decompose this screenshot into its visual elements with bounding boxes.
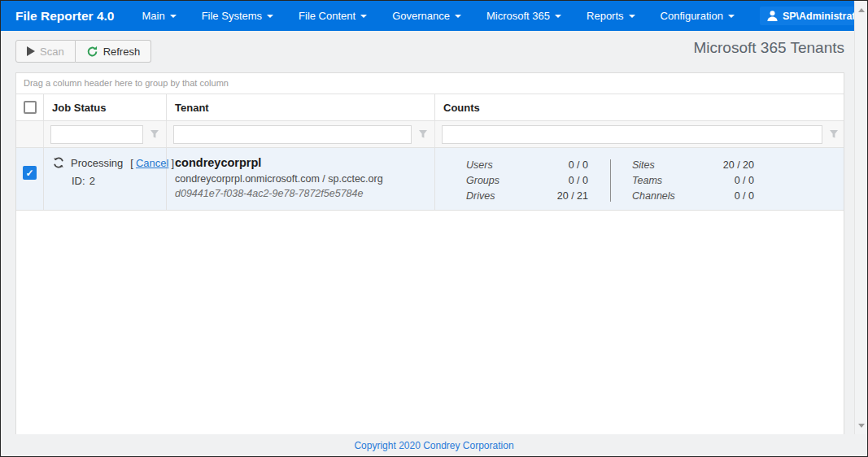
column-header-tenant[interactable]: Tenant bbox=[167, 94, 435, 120]
job-id-value: 2 bbox=[89, 175, 95, 187]
tenants-grid: Drag a column header here to group by th… bbox=[15, 72, 844, 435]
copyright-link[interactable]: Copyright 2020 Condrey Corporation bbox=[354, 440, 513, 451]
column-header-counts[interactable]: Counts bbox=[435, 94, 844, 120]
nav-item-governance[interactable]: Governance bbox=[392, 10, 461, 22]
toolbar-button-group: Scan Refresh bbox=[15, 40, 151, 63]
chevron-down-icon bbox=[455, 15, 461, 18]
group-by-dropzone[interactable]: Drag a column header here to group by th… bbox=[16, 73, 844, 94]
refresh-icon bbox=[86, 46, 98, 58]
user-name: SP\Administrator bbox=[783, 11, 866, 22]
bracket: [ bbox=[130, 157, 133, 169]
count-label: Groups bbox=[466, 175, 541, 186]
play-icon bbox=[27, 46, 35, 56]
nav-item-file-systems[interactable]: File Systems bbox=[202, 10, 273, 22]
job-status-filter-input[interactable] bbox=[50, 125, 143, 144]
grid-filter-row bbox=[16, 120, 844, 148]
count-value: 20 / 21 bbox=[541, 190, 588, 202]
tenant-name: condreycorprpl bbox=[175, 156, 434, 169]
vertical-scrollbar[interactable] bbox=[854, 1, 867, 435]
scroll-up-icon[interactable] bbox=[858, 8, 865, 12]
tenant-cell: condreycorprpl condreycorprpl.onmicrosof… bbox=[167, 148, 435, 210]
counts-cell: Users 0 / 0 Groups 0 / 0 Drives 20 / 21 … bbox=[435, 148, 844, 210]
counts-right-table: Sites 20 / 20 Teams 0 / 0 Channels 0 / 0 bbox=[632, 159, 754, 202]
top-navbar: File Reporter 4.0 Main File Systems File… bbox=[1, 1, 854, 31]
nav-item-label: Main bbox=[142, 10, 164, 22]
job-status-cell: Processing [ Cancel ] ID:2 bbox=[44, 148, 167, 210]
nav-item-label: File Content bbox=[299, 10, 355, 22]
scroll-down-icon[interactable] bbox=[858, 424, 865, 428]
count-label: Channels bbox=[632, 190, 707, 202]
count-label: Sites bbox=[632, 159, 707, 171]
grid-header-row: Job Status Tenant Counts bbox=[16, 94, 844, 120]
nav-item-main[interactable]: Main bbox=[142, 10, 176, 22]
nav-item-label: Configuration bbox=[661, 10, 723, 22]
processing-spinner-icon bbox=[52, 156, 65, 169]
chevron-down-icon bbox=[170, 15, 177, 18]
filter-icon[interactable] bbox=[829, 129, 839, 139]
count-value: 0 / 0 bbox=[541, 159, 588, 171]
nav-item-label: File Systems bbox=[202, 10, 262, 22]
count-label: Teams bbox=[632, 175, 707, 186]
nav-item-label: Governance bbox=[392, 10, 450, 22]
chevron-down-icon bbox=[360, 15, 367, 18]
scan-button-label: Scan bbox=[40, 46, 64, 58]
user-menu[interactable]: SP\Administrator bbox=[760, 7, 868, 25]
count-label: Drives bbox=[466, 190, 541, 202]
tenant-filter-input[interactable] bbox=[173, 125, 412, 144]
user-icon bbox=[766, 10, 779, 22]
count-value: 20 / 20 bbox=[707, 159, 754, 171]
filter-icon[interactable] bbox=[418, 129, 428, 139]
counts-filter-input[interactable] bbox=[442, 125, 822, 144]
tenant-domains: condreycorprpl.onmicrosoft.com / sp.ccte… bbox=[175, 173, 434, 185]
chevron-down-icon bbox=[555, 15, 561, 18]
tenant-guid: d09441e7-f038-4ac2-9e78-7872f5e5784e bbox=[175, 188, 434, 199]
nav-item-reports[interactable]: Reports bbox=[587, 10, 635, 22]
nav-item-label: Reports bbox=[587, 10, 624, 22]
chevron-down-icon bbox=[267, 15, 273, 18]
scan-button[interactable]: Scan bbox=[15, 40, 76, 63]
job-id-label: ID: bbox=[72, 175, 85, 187]
refresh-button[interactable]: Refresh bbox=[76, 40, 152, 63]
app-brand: File Reporter 4.0 bbox=[15, 9, 114, 24]
chevron-down-icon bbox=[629, 15, 635, 18]
count-value: 0 / 0 bbox=[541, 175, 588, 186]
select-all-checkbox[interactable] bbox=[24, 101, 37, 114]
filter-icon[interactable] bbox=[150, 129, 159, 139]
nav-item-label: Microsoft 365 bbox=[486, 10, 550, 22]
footer: Copyright 2020 Condrey Corporation bbox=[1, 434, 867, 456]
app-window: File Reporter 4.0 Main File Systems File… bbox=[0, 0, 868, 457]
column-header-job-status[interactable]: Job Status bbox=[44, 94, 167, 120]
counts-left-table: Users 0 / 0 Groups 0 / 0 Drives 20 / 21 bbox=[466, 159, 588, 202]
job-status-text: Processing bbox=[71, 157, 123, 169]
cancel-link[interactable]: Cancel bbox=[136, 157, 168, 169]
toolbar: Scan Refresh Microsoft 365 Tenants bbox=[15, 31, 844, 72]
count-label: Users bbox=[466, 159, 541, 171]
nav-item-configuration[interactable]: Configuration bbox=[661, 10, 735, 22]
row-checkbox[interactable]: ✓ bbox=[23, 166, 37, 180]
count-value: 0 / 0 bbox=[707, 175, 754, 186]
nav-item-file-content[interactable]: File Content bbox=[299, 10, 367, 22]
counts-divider bbox=[610, 159, 611, 202]
chevron-down-icon bbox=[728, 15, 735, 18]
nav-item-microsoft-365[interactable]: Microsoft 365 bbox=[486, 10, 561, 22]
refresh-button-label: Refresh bbox=[103, 46, 141, 58]
tenant-row[interactable]: ✓ Processing [ Cancel ] ID:2 bbox=[16, 148, 844, 211]
count-value: 0 / 0 bbox=[707, 190, 754, 202]
page-title: Microsoft 365 Tenants bbox=[693, 39, 844, 57]
